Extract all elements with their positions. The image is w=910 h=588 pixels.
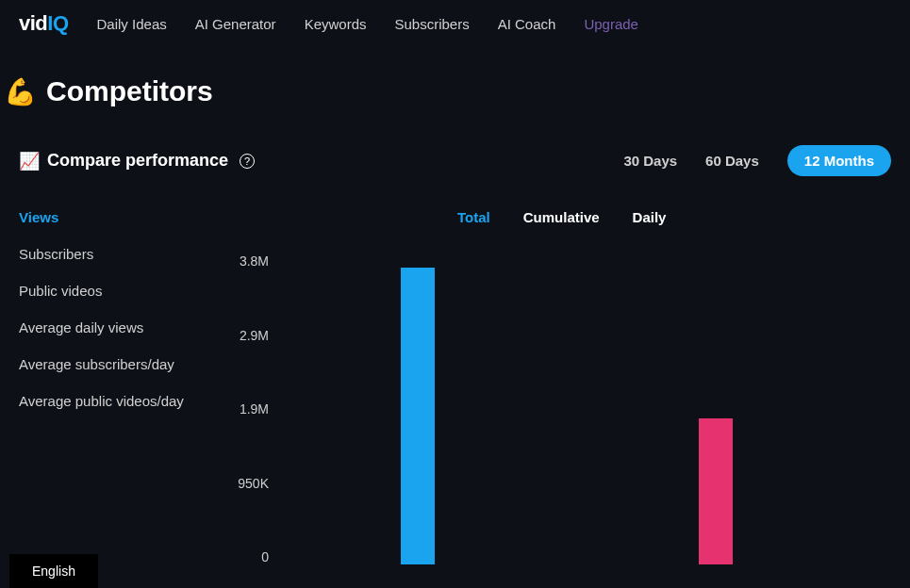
logo-part-iq: IQ: [47, 11, 68, 35]
nav-upgrade[interactable]: Upgrade: [584, 16, 638, 32]
logo[interactable]: vidIQ: [19, 11, 69, 36]
chart-emoji-icon: 📈: [19, 151, 40, 172]
page-title: Competitors: [46, 75, 213, 107]
top-nav: vidIQ Daily Ideas AI Generator Keywords …: [0, 0, 910, 47]
nav-subscribers[interactable]: Subscribers: [394, 16, 469, 32]
sidebar-item-public-videos[interactable]: Public videos: [19, 283, 217, 299]
sidebar-item-avg-subs-day[interactable]: Average subscribers/day: [19, 356, 217, 372]
sidebar-item-subscribers[interactable]: Subscribers: [19, 246, 217, 262]
sidebar-item-views[interactable]: Views: [19, 209, 217, 225]
page-title-row: 💪 Competitors: [0, 47, 910, 126]
nav-keywords[interactable]: Keywords: [305, 16, 367, 32]
y-tick-1: 950K: [238, 476, 269, 491]
metric-sidebar: Views Subscribers Public videos Average …: [19, 190, 217, 564]
flex-emoji-icon: 💪: [4, 76, 37, 107]
period-60-days[interactable]: 60 Days: [705, 153, 759, 169]
period-12-months[interactable]: 12 Months: [787, 145, 891, 176]
mode-tabs: Total Cumulative Daily: [217, 190, 891, 253]
period-30-days[interactable]: 30 Days: [623, 153, 677, 169]
language-selector[interactable]: English: [9, 554, 98, 588]
y-tick-0: 0: [261, 549, 269, 564]
mode-total[interactable]: Total: [457, 209, 490, 225]
logo-part-vid: vid: [19, 11, 47, 35]
chart-body: 3.8M 2.9M 1.9M 950K 0: [217, 253, 891, 564]
chart-plot: [278, 253, 891, 564]
section-header: 📈 Compare performance ? 30 Days 60 Days …: [0, 126, 910, 190]
nav-ai-generator[interactable]: AI Generator: [195, 16, 276, 32]
sidebar-item-avg-daily-views[interactable]: Average daily views: [19, 319, 217, 335]
y-tick-4: 3.8M: [240, 253, 269, 269]
mode-daily[interactable]: Daily: [633, 209, 667, 225]
bar-channel-b[interactable]: [699, 418, 733, 564]
nav-ai-coach[interactable]: AI Coach: [498, 16, 556, 32]
y-tick-3: 2.9M: [240, 328, 269, 343]
chart-zone: Total Cumulative Daily 3.8M 2.9M 1.9M 95…: [217, 190, 891, 564]
bar-channel-a[interactable]: [401, 268, 435, 564]
mode-cumulative[interactable]: Cumulative: [523, 209, 600, 225]
section-title: Compare performance: [47, 151, 228, 171]
section-title-group: 📈 Compare performance ?: [19, 151, 255, 172]
y-axis: 3.8M 2.9M 1.9M 950K 0: [217, 253, 278, 564]
period-tabs: 30 Days 60 Days 12 Months: [623, 145, 891, 176]
nav-daily-ideas[interactable]: Daily Ideas: [97, 16, 167, 32]
help-icon[interactable]: ?: [240, 154, 255, 169]
y-tick-2: 1.9M: [240, 401, 269, 416]
sidebar-item-avg-pv-day[interactable]: Average public videos/day: [19, 393, 217, 409]
content-area: Views Subscribers Public videos Average …: [0, 190, 910, 564]
